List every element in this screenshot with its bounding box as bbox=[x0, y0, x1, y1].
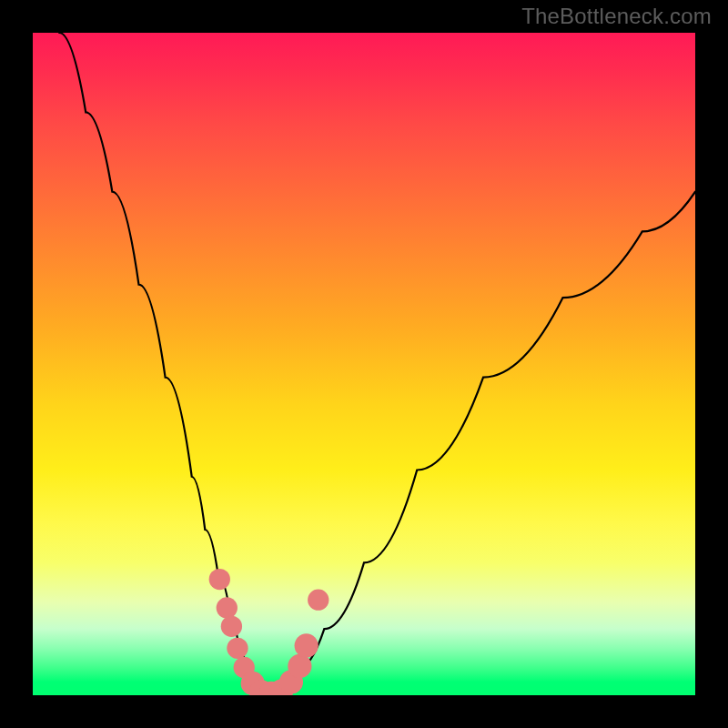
right-curve bbox=[265, 192, 695, 693]
minimum-markers bbox=[209, 569, 329, 695]
marker-dot bbox=[295, 633, 318, 657]
marker-dot bbox=[227, 638, 248, 659]
left-curve bbox=[59, 33, 265, 693]
chart-container: TheBottleneck.com bbox=[0, 0, 728, 728]
watermark-text: TheBottleneck.com bbox=[521, 4, 712, 29]
marker-dot bbox=[221, 616, 242, 637]
marker-dot bbox=[217, 597, 238, 618]
marker-dot bbox=[288, 654, 311, 678]
marker-dot bbox=[308, 590, 329, 611]
plot-area bbox=[33, 33, 695, 695]
marker-dot bbox=[209, 569, 230, 590]
curve-layer bbox=[33, 33, 695, 695]
